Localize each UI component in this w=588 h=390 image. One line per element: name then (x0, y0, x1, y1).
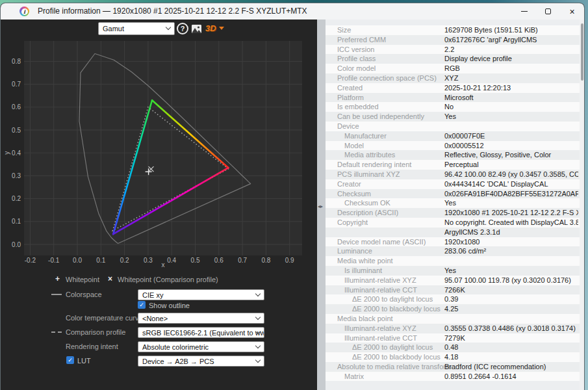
svg-text:-0.2: -0.2 (25, 257, 36, 264)
property-row: Media black point (326, 314, 580, 324)
property-value: 0.48 (444, 343, 578, 351)
property-value: ArgyllCMS 2.3.1d (444, 228, 578, 236)
property-label: Color model (337, 64, 376, 72)
whitepoint-comparison-legend-label: Whitepoint (Comparison profile) (118, 276, 218, 283)
property-row: Is embeddedNo (326, 102, 580, 112)
question-mark-icon: ? (181, 25, 185, 32)
property-label: Creator (337, 180, 361, 188)
property-value: Bradford (ICC recommendation) (444, 363, 578, 370)
svg-text:0.1: 0.1 (12, 218, 21, 225)
property-label: Description (ASCII) (337, 209, 398, 216)
svg-text:0.8: 0.8 (12, 58, 21, 65)
help-button[interactable]: ? (177, 23, 188, 34)
property-value: 7279K (444, 334, 578, 342)
app-info-icon: i (19, 6, 29, 16)
view-selector[interactable]: Gamut (98, 22, 175, 35)
vertical-scrollbar[interactable] (580, 20, 585, 390)
property-value: No copyright. Created with DisplayCAL 3.… (444, 218, 578, 226)
lut-checkbox[interactable]: ✓ (66, 356, 74, 364)
property-label: Device model name (ASCII) (337, 238, 426, 246)
property-label: Created (337, 84, 363, 92)
close-button[interactable]: × (560, 3, 584, 20)
svg-text:0.9: 0.9 (285, 257, 294, 264)
maximize-button[interactable] (536, 3, 560, 20)
property-value: Microsoft (444, 94, 578, 101)
property-label: Illuminant-relative XYZ (344, 276, 416, 284)
property-value: Yes (444, 199, 578, 207)
property-label: Is illuminant (344, 266, 382, 274)
property-row: ΔE 2000 to daylight locus0.48 (326, 343, 580, 352)
property-label: Device (337, 122, 359, 130)
property-row: ΔE 2000 to daylight locus0.39 (326, 294, 580, 304)
property-value: 95.07 100.00 119.78 (xy 0.3020 0.3176) (444, 276, 578, 284)
property-value: 1920x1080 (444, 238, 578, 246)
minimize-icon (521, 11, 528, 12)
comparison-profile-select[interactable]: sRGB IEC61966-2.1 (Equivalent to www.srg… (138, 327, 264, 338)
svg-text:0.3: 0.3 (144, 257, 153, 264)
lut-select[interactable]: Device → A2B → PCS (138, 356, 264, 367)
property-value: Perceptual (444, 161, 578, 168)
svg-text:0.5: 0.5 (191, 257, 200, 264)
3d-view-button[interactable]: 3D (205, 23, 224, 33)
svg-text:0.2: 0.2 (12, 195, 21, 202)
rendering-intent-select[interactable]: Absolute colorimetric (138, 341, 264, 352)
property-row: Media white point (326, 256, 580, 266)
property-value: 0x026FA91BF40DA82BFF55E31272A0AF83 (444, 190, 578, 198)
minimize-button[interactable] (512, 3, 536, 20)
chevron-down-icon (166, 25, 171, 30)
property-value: 2025-10-21 12:20:13 (444, 84, 578, 92)
property-value: No (444, 103, 578, 110)
property-value: 283.06 cd/m² (444, 247, 578, 255)
property-label: ΔE 2000 to daylight locus (352, 343, 433, 351)
property-row: CopyrightNo copyright. Created with Disp… (326, 218, 580, 228)
lut-label: LUT (77, 357, 91, 365)
property-row: Can be used independentlyYes (326, 112, 580, 122)
property-row: Model0x00005512 (326, 141, 580, 151)
property-label: Model (344, 142, 364, 150)
property-label: Media attributes (344, 151, 395, 159)
scrollbar-thumb[interactable] (581, 23, 583, 81)
property-value: XYZ (444, 74, 578, 82)
chevron-down-icon (255, 357, 261, 362)
property-row: Checksum0x026FA91BF40DA82BFF55E31272A0AF… (326, 189, 580, 199)
property-value: 7266K (444, 286, 578, 294)
property-label: ΔE 2000 to blackbody locus (352, 353, 441, 361)
property-value: 0x6172676C 'argl' ArgyllCMS (444, 36, 578, 44)
property-row: Illuminant-relative CCT7266K (326, 285, 580, 295)
close-icon: × (569, 7, 574, 16)
show-outline-checkbox[interactable]: ✓ (138, 301, 146, 309)
whitepoint-legend-label: Whitepoint (66, 276, 99, 283)
window-title: Profile information — 1920x1080 #1 2025-… (38, 6, 307, 16)
color-temperature-curve-select[interactable]: <None> (138, 313, 264, 324)
property-label: Can be used independently (337, 112, 424, 120)
property-value: 4.25 (444, 305, 578, 313)
property-value: 4.18 (444, 353, 578, 361)
property-row: Device model name (ASCII)1920x1080 (326, 237, 580, 247)
property-row: ΔE 2000 to blackbody locus4.18 (326, 352, 580, 362)
splitter-grip-icon: ◂▸ (318, 203, 323, 209)
property-row: Size1629708 Bytes (1591.51 KiB) (326, 25, 580, 35)
property-label: ΔE 2000 to blackbody locus (352, 305, 441, 313)
splitter[interactable]: ◂▸ (317, 20, 326, 390)
comparison-profile-dashed-swatch (51, 332, 62, 333)
save-image-button[interactable] (192, 25, 201, 33)
property-label: Media white point (337, 257, 393, 265)
property-row: PCS illuminant XYZ96.42 100.00 82.49 (xy… (326, 170, 580, 179)
colorspace-value: CIE xy (142, 291, 163, 299)
rendering-intent-label: Rendering intent (66, 343, 118, 350)
window-controls: × (512, 3, 584, 20)
property-label: Preferred CMM (337, 36, 386, 44)
colorspace-select[interactable]: CIE xy (138, 289, 264, 300)
property-row: ICC version2.2 (326, 45, 580, 55)
svg-text:0.8: 0.8 (261, 257, 270, 264)
property-label: ICC version (337, 46, 374, 53)
svg-text:0.0: 0.0 (73, 257, 82, 264)
property-label: Copyright (337, 218, 368, 226)
property-row: Default rendering intentPerceptual (326, 160, 580, 170)
property-label: ΔE 2000 to daylight locus (352, 295, 433, 303)
property-row: Creator0x4443414C 'DCAL' DisplayCAL (326, 179, 580, 189)
3d-label: 3D (205, 23, 216, 33)
chart-toolbar: Gamut ? 3D (1, 20, 317, 39)
svg-text:0.4: 0.4 (12, 150, 21, 157)
property-value: 0.8951 0.2664 -0.1614 (444, 372, 578, 380)
